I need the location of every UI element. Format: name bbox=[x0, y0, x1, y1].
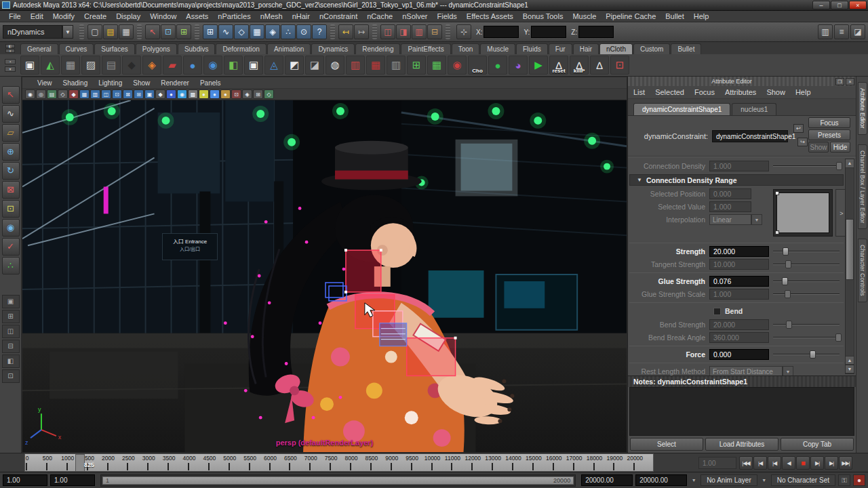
shelf-icon[interactable]: ▥ bbox=[387, 56, 406, 75]
shelf-icon[interactable]: ◕ bbox=[509, 56, 528, 75]
menu-item[interactable]: nHair bbox=[288, 11, 315, 22]
bend-checkbox[interactable] bbox=[713, 308, 721, 315]
ramp-key-handle[interactable] bbox=[775, 230, 779, 235]
tangent-strength-field[interactable]: 10.000 bbox=[709, 259, 769, 270]
shelf-tab[interactable]: Fluids bbox=[516, 43, 548, 54]
rest-length-method-dropdown[interactable]: From Start Distance ▼ bbox=[709, 366, 793, 375]
node-tab[interactable]: nucleus1 bbox=[732, 103, 776, 115]
render-button[interactable]: ▥ bbox=[412, 24, 427, 39]
coord-entry-icon[interactable]: ⊹ bbox=[456, 24, 471, 39]
force-slider[interactable] bbox=[773, 349, 840, 360]
shelf-icon[interactable]: ▦ bbox=[61, 56, 80, 75]
attribute-editor-titlebar[interactable]: Attribute Editor ❐× bbox=[628, 77, 856, 86]
shelf-icon[interactable]: ◩ bbox=[285, 56, 304, 75]
character-set-menu-icon[interactable]: ▼ bbox=[760, 478, 768, 483]
menu-item[interactable]: nSolver bbox=[397, 11, 432, 22]
menu-item[interactable]: Muscle bbox=[568, 11, 601, 22]
viewport-toolbar-icon[interactable]: ◆ bbox=[155, 89, 165, 99]
viewport-toolbar-icon[interactable]: ◎ bbox=[36, 89, 46, 99]
shelf-icon[interactable]: ◧ bbox=[224, 56, 243, 75]
tool-button[interactable]: ⊡ bbox=[2, 200, 20, 218]
file-icon-button[interactable]: ▤ bbox=[103, 24, 118, 39]
playback-button[interactable]: |◀ bbox=[753, 456, 767, 470]
glue-strength-slider[interactable] bbox=[773, 276, 840, 287]
sidebar-vertical-tab[interactable]: Character Controls bbox=[858, 239, 867, 302]
y-field[interactable] bbox=[531, 26, 566, 38]
sidebar-vertical-tab[interactable]: Channel Box / Layer Editor bbox=[858, 144, 867, 230]
shelf-icon[interactable]: ◆ bbox=[122, 56, 141, 75]
window-control-button[interactable]: – bbox=[812, 1, 830, 9]
panel-menu-item[interactable]: View bbox=[32, 79, 58, 87]
sidebar-toggle-button[interactable]: ▥ bbox=[818, 24, 833, 39]
title-bar[interactable]: Autodesk Maya 2013 x64: C:\Users\obertd\… bbox=[0, 0, 868, 11]
shelf-icon[interactable]: Cho bbox=[468, 56, 487, 75]
shelf-icon[interactable]: ▤ bbox=[102, 56, 121, 75]
shelf-tab[interactable]: Surfaces bbox=[94, 43, 134, 54]
menu-item[interactable]: Window bbox=[145, 11, 181, 22]
bend-break-angle-slider[interactable] bbox=[773, 332, 840, 343]
show-button[interactable]: Show bbox=[808, 142, 829, 152]
viewport-toolbar-icon[interactable]: ⊞ bbox=[134, 89, 144, 99]
snap-button[interactable]: ? bbox=[312, 24, 327, 39]
tool-button[interactable]: ⊠ bbox=[2, 181, 20, 199]
selected-position-field[interactable]: 0.000 bbox=[709, 188, 751, 199]
snap-button[interactable]: ∿ bbox=[218, 24, 233, 39]
tool-button[interactable]: ↖ bbox=[2, 86, 20, 104]
shelf-tab[interactable]: PaintEffects bbox=[401, 43, 450, 54]
node-tab[interactable]: dynamicConstraintShape1 bbox=[633, 103, 730, 115]
ramp-widget[interactable] bbox=[773, 189, 833, 237]
attribute-scroll-area[interactable]: Connection Density 1.000 ▼ Connection De… bbox=[628, 157, 856, 375]
ae-footer-button[interactable]: Load Attributes bbox=[705, 438, 778, 451]
shelf-icon[interactable]: ▶ bbox=[529, 56, 548, 75]
menu-item[interactable]: Create bbox=[79, 11, 111, 22]
ae-scrollbar[interactable]: ▲ ▲ ▼ bbox=[845, 159, 854, 374]
chevron-down-icon[interactable]: ▼ bbox=[62, 25, 73, 39]
ae-menu-item[interactable]: Focus bbox=[694, 88, 721, 96]
menu-item[interactable]: Bonus Tools bbox=[518, 11, 568, 22]
tool-button[interactable]: ◉ bbox=[2, 219, 20, 237]
shelf-tab[interactable]: Muscle bbox=[480, 43, 515, 54]
shelf-tab[interactable]: Rendering bbox=[355, 43, 400, 54]
viewport-toolbar-icon[interactable]: ● bbox=[220, 89, 231, 99]
strength-slider[interactable] bbox=[773, 246, 840, 257]
panel-menu-item[interactable]: Shading bbox=[58, 79, 94, 87]
viewport-toolbar-icon[interactable]: ◇ bbox=[264, 89, 274, 99]
bend-strength-slider[interactable] bbox=[773, 319, 840, 330]
shelf-tab[interactable]: Deformation bbox=[216, 43, 266, 54]
shelf-icon[interactable]: ▦ bbox=[427, 56, 446, 75]
focus-button[interactable]: Focus bbox=[808, 117, 850, 128]
layout-shortcut-button[interactable]: ◫ bbox=[2, 325, 20, 338]
x-field[interactable] bbox=[484, 26, 519, 38]
viewport-toolbar-icon[interactable]: ◉ bbox=[25, 89, 35, 99]
shelf-icon[interactable]: ◭ bbox=[41, 56, 60, 75]
snap-button[interactable]: ∴ bbox=[281, 24, 296, 39]
viewport-toolbar-icon[interactable]: ▩ bbox=[188, 89, 198, 99]
viewport-toolbar-icon[interactable]: ● bbox=[199, 89, 209, 99]
file-icon-button[interactable]: ▦ bbox=[119, 24, 134, 39]
viewport-toolbar-icon[interactable]: ⊞ bbox=[253, 89, 263, 99]
connection-density-slider[interactable] bbox=[773, 161, 840, 171]
anim-layer-menu-icon[interactable]: ▼ bbox=[690, 478, 698, 483]
render-button[interactable]: ◨ bbox=[396, 24, 411, 39]
menu-item[interactable]: Modify bbox=[48, 11, 79, 22]
window-control-button[interactable]: × bbox=[849, 1, 867, 9]
shelf-icon[interactable]: ∆killP bbox=[570, 56, 589, 75]
group-divider[interactable] bbox=[195, 24, 199, 39]
notes-header[interactable]: Notes: dynamicConstraintShape1 bbox=[628, 375, 856, 387]
shelf-tab[interactable]: nCloth bbox=[599, 43, 633, 54]
z-field[interactable] bbox=[578, 26, 614, 38]
scrollbar-thumb[interactable] bbox=[846, 219, 854, 280]
selection-mode-button[interactable]: ⊞ bbox=[176, 24, 191, 39]
shelf-icon[interactable]: ● bbox=[488, 56, 507, 75]
playback-button[interactable]: ▶| bbox=[825, 456, 838, 470]
playback-button[interactable]: |◀ bbox=[768, 456, 781, 470]
frame-tick[interactable]: 20000 bbox=[633, 454, 653, 471]
viewport-toolbar-icon[interactable]: ▥ bbox=[90, 89, 100, 99]
shelf-tab[interactable]: Custom bbox=[633, 43, 670, 54]
group-divider[interactable] bbox=[446, 24, 450, 39]
layout-shortcut-button[interactable]: ◧ bbox=[2, 354, 20, 368]
viewport-toolbar-icon[interactable]: ● bbox=[166, 89, 176, 99]
ae-menu-item[interactable]: Help bbox=[795, 88, 817, 96]
shelf-icon[interactable]: ∆reset bbox=[549, 56, 568, 75]
shelf-tab[interactable]: General bbox=[20, 43, 58, 54]
